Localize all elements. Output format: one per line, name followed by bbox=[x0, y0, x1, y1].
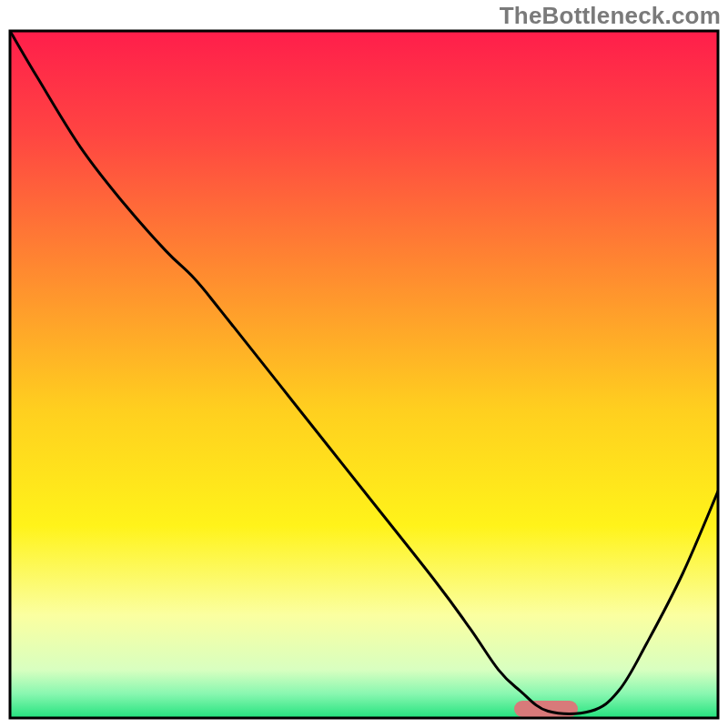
chart-container: TheBottleneck.com bbox=[0, 0, 728, 728]
gradient-background bbox=[10, 31, 718, 718]
watermark-text: TheBottleneck.com bbox=[500, 2, 721, 30]
chart-svg bbox=[0, 0, 728, 728]
